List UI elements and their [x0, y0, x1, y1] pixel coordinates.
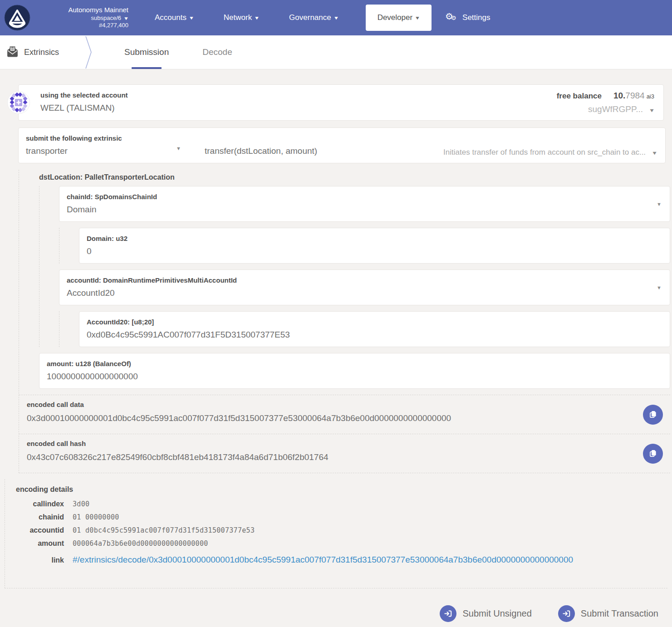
menu-item-developer[interactable]: Developer▼: [366, 5, 432, 31]
extrinsic-field-label: submit the following extrinsic: [26, 134, 189, 143]
chevron-down-icon: ▼: [123, 16, 129, 22]
chain-id-label: chainId: SpDomainsChainId: [67, 192, 662, 201]
extrinsic-selection: submit the following extrinsic transport…: [18, 127, 666, 163]
method-description: Initiates transfer of funds from account…: [443, 148, 658, 157]
chain-name: Autonomys Mainnet: [38, 6, 128, 15]
sign-in-icon: [558, 605, 575, 622]
account-id-label: accountId: DomainRuntimePrimitivesMultiA…: [67, 276, 662, 285]
account-id-select[interactable]: accountId: DomainRuntimePrimitivesMultiA…: [59, 269, 670, 305]
menu-item-network[interactable]: Network▼: [217, 13, 265, 22]
free-balance-unit: ai3: [647, 93, 654, 100]
encoding-key: link: [16, 556, 73, 564]
selected-account: using the selected account WEZL (TALISMA…: [40, 91, 128, 114]
submit-unsigned-label: Submit Unsigned: [462, 608, 531, 619]
section-head: Extrinsics: [0, 35, 82, 69]
amount-value: 1000000000000000000: [47, 370, 662, 382]
top-navigation-bar: Autonomys Mainnet subspace/6▼ #4,277,400…: [0, 0, 672, 35]
encoded-call-data-value: 0x3d00010000000001d0bc4c95c5991ac007f077…: [27, 412, 663, 424]
copy-icon: [648, 410, 658, 419]
encoding-row-link: link #/extrinsics/decode/0x3d00010000000…: [16, 555, 667, 565]
chevron-down-icon: ▼: [333, 15, 338, 20]
encoding-row-chainid: chainid 01 00000000: [16, 513, 667, 521]
breadcrumb-chevron: [83, 35, 93, 69]
submit-transaction-button[interactable]: Submit Transaction: [558, 605, 658, 622]
account-identicon: [7, 91, 30, 114]
chevron-down-icon: ▼: [415, 15, 420, 20]
encoded-call-data-label: encoded call data: [27, 400, 663, 409]
account-id-group: AccountId20: [u8;20] 0xd0Bc4c95c5991AC00…: [59, 311, 670, 347]
encoding-value: 000064a7b3b6e00d0000000000000000: [73, 539, 208, 548]
parameters-area: dstLocation: PalletTransporterLocation c…: [19, 170, 670, 473]
main-menu: Accounts▼ Network▼ Governance▼ Developer…: [148, 5, 514, 31]
best-block-number: #4,277,400: [38, 22, 128, 29]
submit-transaction-label: Submit Transaction: [581, 608, 658, 619]
domain-input[interactable]: Domain: u32 0: [79, 228, 670, 264]
encoding-value: 01 d0bc4c95c5991ac007f077d31f5d315007377…: [73, 526, 255, 534]
tab-list: Submission Decode: [122, 35, 263, 69]
runtime-version[interactable]: subspace/6▼: [38, 15, 128, 22]
dst-location-group: chainId: SpDomainsChainId Domain ▼ Domai…: [39, 186, 670, 347]
amount-label: amount: u128 (BalanceOf): [47, 359, 662, 368]
encoding-key: amount: [16, 539, 73, 548]
copy-call-hash-button[interactable]: [643, 444, 663, 464]
encoding-value: 01 00000000: [73, 513, 119, 521]
chevron-down-icon: ▼: [657, 285, 662, 290]
chain-info[interactable]: Autonomys Mainnet subspace/6▼ #4,277,400: [38, 6, 128, 29]
free-balance-label: free balance: [557, 92, 602, 100]
chevron-down-icon: ▼: [652, 150, 658, 156]
account-selector[interactable]: using the selected account WEZL (TALISMA…: [18, 84, 664, 121]
encoded-call-data-section: encoded call data 0x3d00010000000001d0bc…: [19, 395, 670, 434]
encoded-call-hash-label: encoded call hash: [27, 439, 663, 448]
account-address-dropdown[interactable]: sugWfRGPP...▼: [557, 104, 654, 114]
account-field-label: using the selected account: [40, 91, 128, 100]
domain-value: 0: [87, 245, 662, 257]
tab-submission[interactable]: Submission: [122, 35, 172, 69]
method-select[interactable]: transfer(dstLocation, amount) Initiates …: [189, 134, 658, 157]
tab-decode[interactable]: Decode: [200, 35, 235, 69]
chain-id-select[interactable]: chainId: SpDomainsChainId Domain ▼: [59, 186, 670, 222]
copy-call-data-button[interactable]: [643, 405, 663, 425]
encoded-call-hash-value: 0x43c07c608326c217e82549f60cbf8cbf481eb4…: [27, 451, 663, 463]
copy-icon: [648, 449, 658, 458]
chain-id-value: Domain: [67, 203, 662, 216]
free-balance-frac: 7984: [625, 91, 644, 100]
encoding-row-accountid: accountid 01 d0bc4c95c5991ac007f077d31f5…: [16, 526, 667, 534]
page-title: Extrinsics: [24, 48, 59, 57]
domain-label: Domain: u32: [87, 234, 662, 243]
menu-item-accounts[interactable]: Accounts▼: [148, 13, 200, 22]
autonomys-logo-icon: [4, 5, 30, 31]
encoding-details-section: encoding details callindex 3d00 chainid …: [5, 479, 667, 588]
extrinsics-page: Autonomys Mainnet subspace/6▼ #4,277,400…: [0, 0, 672, 627]
menu-item-settings[interactable]: ⚙⚙ Settings: [439, 12, 496, 24]
account-id20-input[interactable]: AccountId20: [u8;20] 0xd0Bc4c95c5991AC00…: [79, 311, 670, 347]
encoding-key: chainid: [16, 513, 73, 521]
decode-link[interactable]: #/extrinsics/decode/0x3d00010000000001d0…: [73, 555, 573, 565]
sign-in-icon: [440, 605, 456, 622]
submit-unsigned-button[interactable]: Submit Unsigned: [440, 605, 531, 622]
menu-item-governance[interactable]: Governance▼: [283, 13, 345, 22]
action-bar: Submit Unsigned Submit Transaction: [0, 605, 658, 622]
encoding-row-callindex: callindex 3d00: [16, 500, 667, 508]
encoding-key: callindex: [16, 500, 73, 508]
amount-input[interactable]: amount: u128 (BalanceOf) 100000000000000…: [39, 353, 670, 389]
chevron-down-icon: ▼: [254, 15, 260, 20]
chevron-down-icon: ▼: [176, 146, 181, 151]
page-header: Extrinsics Submission Decode: [0, 35, 672, 69]
dst-location-label: dstLocation: PalletTransporterLocation: [19, 170, 670, 186]
encoding-row-amount: amount 000064a7b3b6e00d0000000000000000: [16, 539, 667, 548]
chevron-down-icon: ▼: [649, 108, 655, 113]
method-value: transfer(dstLocation, amount): [205, 145, 317, 157]
account-name: WEZL (TALISMAN): [40, 102, 128, 114]
account-id20-label: AccountId20: [u8;20]: [87, 318, 662, 327]
encoding-value: 3d00: [73, 500, 89, 508]
chain-id-group: Domain: u32 0: [59, 228, 670, 264]
chevron-down-icon: ▼: [657, 201, 662, 207]
account-id-value: AccountId20: [67, 287, 662, 299]
encoding-key: accountid: [16, 526, 73, 534]
settings-gears-icon: ⚙⚙: [445, 12, 459, 24]
balance-block: free balance10.7984ai3 sugWfRGPP...▼: [557, 91, 656, 114]
free-balance-int: 10.: [613, 91, 625, 100]
extrinsics-envelope-icon: [6, 45, 19, 59]
pallet-select[interactable]: submit the following extrinsic transport…: [26, 134, 189, 157]
encoded-call-hash-section: encoded call hash 0x43c07c608326c217e825…: [19, 434, 670, 473]
